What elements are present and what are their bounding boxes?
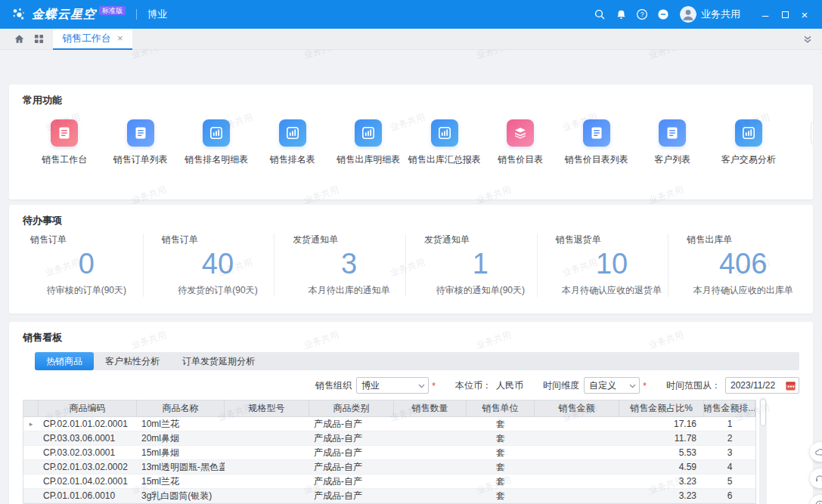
topbar-divider xyxy=(136,9,137,20)
app-shortcut-label: 销售出库汇总报表 xyxy=(408,153,481,166)
cell: 套 xyxy=(467,418,535,431)
quick-action-buttons xyxy=(810,442,822,504)
cell: 产成品-自产 xyxy=(309,432,394,445)
cell: CP.02.01.01.02.0001 xyxy=(39,419,137,429)
column-header[interactable]: 销售金额占比% xyxy=(619,400,704,416)
dashboard-tab-3[interactable]: 订单发货延期分析 xyxy=(171,352,266,370)
app-shortcut[interactable]: 客户列表 xyxy=(634,119,711,166)
cell: 5.53 xyxy=(619,447,704,458)
cell: 产成品-自产 xyxy=(309,490,394,502)
search-icon[interactable] xyxy=(589,4,610,25)
todo-caption: 本月待确认应收的出库单 xyxy=(687,284,799,297)
app-shortcut[interactable]: 销售排名明细表 xyxy=(178,119,255,166)
app-shortcut[interactable]: 客户交易分析 xyxy=(711,119,787,166)
table-row[interactable]: CP.03.03.06.000120ml鼻烟产成品-自产套11.782 xyxy=(23,431,755,446)
column-header[interactable]: 销售金额排... xyxy=(704,400,755,416)
avatar[interactable] xyxy=(680,6,696,23)
app-shortcut[interactable]: 销售出库汇总报表 xyxy=(407,119,483,166)
cell: 4 xyxy=(704,462,755,472)
app-shortcut[interactable]: 销售出库明细表 xyxy=(330,119,407,166)
cell: 13ml透明圆瓶-黑色盖子 xyxy=(137,461,225,474)
time-dim-select[interactable]: 自定义 xyxy=(584,377,640,394)
collapse-tabs-icon[interactable] xyxy=(802,34,813,47)
watermark-text: 业务共用 xyxy=(820,329,822,352)
table-scrollbar[interactable] xyxy=(759,397,767,504)
currency-label: 本位币： xyxy=(455,379,492,392)
watermark-text: 业务共用 xyxy=(475,50,513,62)
app-shortcut[interactable]: 点击 xyxy=(786,119,813,166)
app-shortcut-label: 销售价目表 xyxy=(498,153,543,166)
time-dim-label: 时间维度 xyxy=(543,379,579,392)
column-header[interactable]: 规格型号 xyxy=(225,400,309,416)
tab-sales-workbench[interactable]: 销售工作台 × xyxy=(53,29,132,50)
table-row[interactable]: ▸CP.02.01.01.02.000110ml兰花产成品-自产套17.161 xyxy=(23,417,755,431)
org-select-value: 博业 xyxy=(361,379,380,392)
todo-count[interactable]: 3 xyxy=(293,248,405,281)
cell: 产成品-自产 xyxy=(309,447,394,459)
app-shortcut[interactable]: 销售价目表 xyxy=(482,119,559,166)
apps-grid-icon[interactable] xyxy=(29,29,48,50)
dnd-icon[interactable] xyxy=(653,4,674,25)
watermark-text: 业务共用 xyxy=(130,50,169,62)
table-row[interactable]: CP.02.01.04.02.000115ml兰花产成品-自产套3.235 xyxy=(23,475,755,489)
close-button[interactable]: × xyxy=(795,5,814,24)
dashboard-tab-2[interactable]: 客户粘性分析 xyxy=(94,352,171,370)
todo-count[interactable]: 10 xyxy=(556,248,668,281)
common-functions-panel: 常用功能 销售工作台销售订单列表销售排名明细表销售排名表销售出库明细表销售出库汇… xyxy=(9,85,813,199)
cell: 4.59 xyxy=(619,462,704,472)
topbar: 金蝶云星空 标准版 博业 ? 业务共用 – × xyxy=(0,0,822,29)
table-row[interactable]: CP.03.02.03.000115ml鼻烟产成品-自产套5.533 xyxy=(23,446,755,460)
column-header[interactable]: 销售单位 xyxy=(467,400,535,416)
todo-stat: 销售退货单10本月待确认应收的退货单 xyxy=(537,233,668,297)
app-shortcut[interactable]: 销售价目表列表 xyxy=(559,119,635,166)
dashboard-tab-1[interactable]: 热销商品 xyxy=(35,352,94,370)
cell: CP.03.02.03.0001 xyxy=(39,447,137,458)
column-header[interactable]: 商品类别 xyxy=(309,400,394,416)
headset-support-icon[interactable] xyxy=(810,468,822,488)
row-expander-icon[interactable]: ▸ xyxy=(23,420,39,428)
home-icon[interactable] xyxy=(9,29,29,50)
history-clock-icon[interactable] xyxy=(810,495,822,504)
tab-close-icon[interactable]: × xyxy=(117,33,123,43)
table-row[interactable]: CP.01.01.06.00103g乳白圆筒(银装)产成品-自产套3.236 xyxy=(23,489,755,503)
todo-count[interactable]: 1 xyxy=(424,248,537,281)
layers-icon xyxy=(507,119,534,147)
minimize-button[interactable]: – xyxy=(755,5,775,24)
column-header[interactable]: 商品编码 xyxy=(39,400,137,416)
cell: CP.02.01.03.02.0002 xyxy=(39,462,137,472)
app-shortcut[interactable]: 销售工作台 xyxy=(26,119,103,166)
cell: 2 xyxy=(704,433,755,444)
todo-count[interactable]: 0 xyxy=(30,248,143,281)
todo-count[interactable]: 406 xyxy=(687,248,799,281)
app-shortcut-label: 销售价目表列表 xyxy=(565,153,628,166)
column-header[interactable]: 销售金额 xyxy=(535,400,619,416)
maximize-button[interactable] xyxy=(775,5,795,24)
app-shortcut-label: 销售订单列表 xyxy=(113,153,168,166)
cell: 3 xyxy=(704,447,755,458)
todo-category: 销售出库单 xyxy=(687,233,799,246)
cell: 产成品-自产 xyxy=(309,475,394,488)
date-from-input[interactable]: 2023/11/22 xyxy=(725,377,799,394)
time-dim-value: 自定义 xyxy=(589,379,616,392)
scrollbar-thumb[interactable] xyxy=(760,399,766,426)
table-row[interactable]: CP.02.01.03.02.000213ml透明圆瓶-黑色盖子产成品-自产套4… xyxy=(23,460,755,475)
todo-stat: 销售订单0待审核的订单(90天) xyxy=(23,233,143,297)
app-shortcut-label: 销售工作台 xyxy=(42,153,87,166)
help-icon[interactable]: ? xyxy=(631,4,653,25)
cloud-share-icon[interactable] xyxy=(810,442,822,462)
cell: 1 xyxy=(704,419,755,429)
column-header[interactable]: 销售数量 xyxy=(394,400,467,416)
org-filter-label: 销售组织 xyxy=(315,379,352,392)
cell: CP.02.01.04.02.0001 xyxy=(39,476,137,487)
app-shortcut[interactable]: 销售订单列表 xyxy=(103,119,179,166)
org-select[interactable]: 博业 xyxy=(356,377,429,394)
todo-count[interactable]: 40 xyxy=(162,248,275,281)
cell: 3.23 xyxy=(619,476,704,487)
todo-category: 发货通知单 xyxy=(293,233,405,246)
column-header[interactable]: 商品名称 xyxy=(137,400,225,416)
app-shortcut-label: 销售排名明细表 xyxy=(185,153,248,166)
chart-icon xyxy=(735,119,762,147)
bell-icon[interactable] xyxy=(610,4,631,25)
doc-icon xyxy=(659,119,686,147)
app-shortcut[interactable]: 销售排名表 xyxy=(255,119,331,166)
